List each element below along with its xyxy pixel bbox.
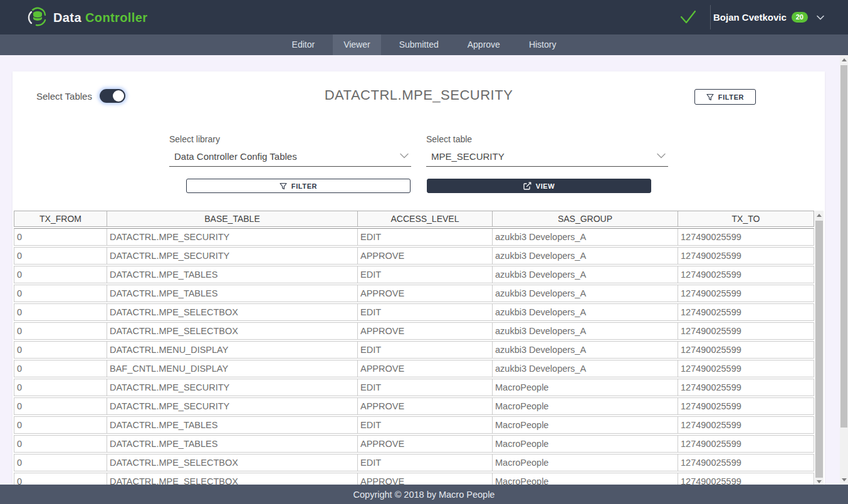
- table-cell[interactable]: 0: [14, 248, 107, 264]
- table-cell[interactable]: 0: [14, 398, 107, 414]
- table-cell[interactable]: EDIT: [358, 229, 493, 245]
- table-cell[interactable]: MacroPeople: [493, 379, 678, 396]
- table-cell[interactable]: DATACTRL.MPE_TABLES: [107, 417, 358, 433]
- table-cell[interactable]: DATACTRL.MPE_TABLES: [107, 266, 358, 283]
- tab-history[interactable]: History: [518, 34, 567, 55]
- user-menu[interactable]: Bojan Cvetkovic 20: [713, 0, 824, 34]
- table-cell[interactable]: APPROVE: [358, 285, 493, 302]
- table-cell[interactable]: 0: [14, 229, 107, 245]
- table-cell[interactable]: 0: [14, 304, 107, 320]
- table-cell[interactable]: 127490025599: [678, 342, 814, 358]
- table-cell[interactable]: 127490025599: [678, 398, 814, 414]
- table-scrollbar[interactable]: [815, 211, 824, 486]
- table-cell[interactable]: MacroPeople: [493, 454, 678, 471]
- table-cell[interactable]: azukbi3 Developers_A: [493, 248, 678, 264]
- app-footer: Copyright © 2018 by Macro People: [0, 485, 848, 504]
- table-cell[interactable]: APPROVE: [358, 398, 493, 414]
- column-header-tx-from[interactable]: TX_FROM: [14, 211, 107, 226]
- table-cell[interactable]: EDIT: [358, 417, 493, 433]
- table-cell[interactable]: 127490025599: [678, 248, 814, 264]
- table-cell[interactable]: MacroPeople: [493, 436, 678, 452]
- table-cell[interactable]: 127490025599: [678, 379, 814, 396]
- tab-editor[interactable]: Editor: [281, 34, 326, 55]
- column-header-base-table[interactable]: BASE_TABLE: [107, 211, 358, 226]
- chevron-down-icon: [817, 15, 824, 20]
- table-cell[interactable]: APPROVE: [358, 360, 493, 377]
- table-cell[interactable]: azukbi3 Developers_A: [493, 304, 678, 320]
- table-cell[interactable]: EDIT: [358, 454, 493, 471]
- table-cell[interactable]: 0: [14, 323, 107, 339]
- table-cell[interactable]: DATACTRL.MPE_TABLES: [107, 285, 358, 302]
- table-cell[interactable]: APPROVE: [358, 436, 493, 452]
- view-button[interactable]: VIEW: [427, 179, 651, 193]
- table-cell[interactable]: 127490025599: [678, 454, 814, 471]
- tab-viewer[interactable]: Viewer: [333, 34, 381, 55]
- page-scrollbar-thumb[interactable]: [840, 65, 847, 428]
- scroll-up-icon[interactable]: [815, 211, 824, 219]
- table-cell[interactable]: EDIT: [358, 266, 493, 283]
- table-cell[interactable]: DATACTRL.MPE_SECURITY: [107, 248, 358, 264]
- table-cell[interactable]: DATACTRL.MPE_SELECTBOX: [107, 473, 358, 486]
- table-cell[interactable]: azukbi3 Developers_A: [493, 342, 678, 358]
- table-select[interactable]: MPE_SECURITY: [426, 150, 668, 167]
- column-header-access-level[interactable]: ACCESS_LEVEL: [358, 211, 493, 226]
- scroll-up-icon[interactable]: [840, 55, 848, 65]
- table-cell[interactable]: DATACTRL.MPE_SECURITY: [107, 379, 358, 396]
- table-cell[interactable]: 0: [14, 285, 107, 302]
- table-cell[interactable]: EDIT: [358, 304, 493, 320]
- table-cell[interactable]: APPROVE: [358, 248, 493, 264]
- table-cell[interactable]: 0: [14, 436, 107, 452]
- table-cell[interactable]: APPROVE: [358, 323, 493, 339]
- table-cell[interactable]: EDIT: [358, 342, 493, 358]
- table-cell[interactable]: 127490025599: [678, 436, 814, 452]
- table-cell[interactable]: 0: [14, 417, 107, 433]
- table-cell[interactable]: 127490025599: [678, 266, 814, 283]
- table-cell[interactable]: MacroPeople: [493, 398, 678, 414]
- table-row: 0DATACTRL.MPE_SECURITYAPPROVEMacroPeople…: [14, 397, 814, 415]
- column-header-tx-to[interactable]: TX_TO: [678, 211, 814, 226]
- table-cell[interactable]: azukbi3 Developers_A: [493, 285, 678, 302]
- filter-button-top[interactable]: FILTER: [694, 89, 756, 105]
- table-cell[interactable]: 127490025599: [678, 304, 814, 320]
- table-cell[interactable]: DATACTRL.MPE_SECURITY: [107, 229, 358, 245]
- column-header-sas-group[interactable]: SAS_GROUP: [493, 211, 678, 226]
- table-cell[interactable]: EDIT: [358, 379, 493, 396]
- table-cell[interactable]: 0: [14, 379, 107, 396]
- page-scrollbar[interactable]: [840, 55, 848, 485]
- library-select[interactable]: Data Controller Config Tables: [169, 150, 411, 167]
- table-cell[interactable]: azukbi3 Developers_A: [493, 229, 678, 245]
- table-cell[interactable]: APPROVE: [358, 473, 493, 486]
- table-cell[interactable]: 127490025599: [678, 473, 814, 486]
- table-cell[interactable]: DATACTRL.MPE_SECURITY: [107, 398, 358, 414]
- table-cell[interactable]: 0: [14, 342, 107, 358]
- app-header: Data Controller Bojan Cvetkovic 20: [0, 0, 848, 34]
- table-cell[interactable]: azukbi3 Developers_A: [493, 266, 678, 283]
- table-cell[interactable]: MacroPeople: [493, 473, 678, 486]
- table-cell[interactable]: 0: [14, 360, 107, 377]
- table-cell[interactable]: 127490025599: [678, 323, 814, 339]
- table-cell[interactable]: BAF_CNTL.MENU_DISPLAY: [107, 360, 358, 377]
- table-cell[interactable]: DATACTRL.MENU_DISPLAY: [107, 342, 358, 358]
- table-cell[interactable]: 0: [14, 266, 107, 283]
- table-scrollbar-thumb[interactable]: [815, 221, 823, 478]
- scroll-down-icon[interactable]: [840, 475, 848, 485]
- table-cell[interactable]: DATACTRL.MPE_SELECTBOX: [107, 304, 358, 320]
- table-cell[interactable]: 127490025599: [678, 360, 814, 377]
- table-cell[interactable]: 127490025599: [678, 285, 814, 302]
- table-cell[interactable]: azukbi3 Developers_A: [493, 360, 678, 377]
- table-cell[interactable]: azukbi3 Developers_A: [493, 323, 678, 339]
- table-cell[interactable]: DATACTRL.MPE_SELECTBOX: [107, 323, 358, 339]
- tab-submitted[interactable]: Submitted: [389, 34, 449, 55]
- copyright-text: Copyright © 2018 by Macro People: [353, 490, 495, 500]
- table-cell[interactable]: DATACTRL.MPE_TABLES: [107, 436, 358, 452]
- table-cell[interactable]: 0: [14, 454, 107, 471]
- table-cell[interactable]: MacroPeople: [493, 417, 678, 433]
- table-cell[interactable]: 0: [14, 473, 107, 486]
- table-cell[interactable]: DATACTRL.MPE_SELECTBOX: [107, 454, 358, 471]
- app-logo[interactable]: Data Controller: [28, 7, 147, 28]
- tab-approve[interactable]: Approve: [457, 34, 511, 55]
- library-select-label: Select library: [169, 134, 411, 144]
- table-cell[interactable]: 127490025599: [678, 229, 814, 245]
- table-cell[interactable]: 127490025599: [678, 417, 814, 433]
- filter-button[interactable]: FILTER: [186, 179, 411, 193]
